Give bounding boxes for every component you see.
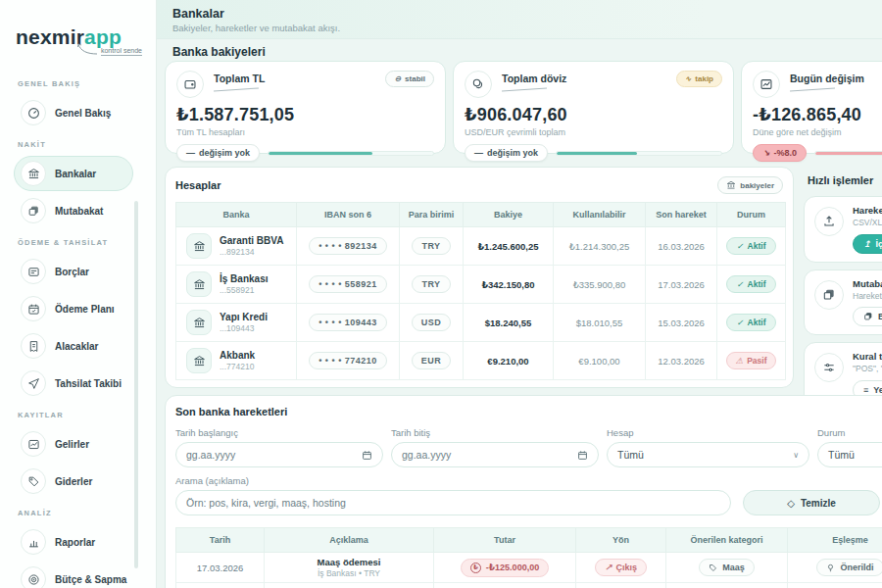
table-row: 17.03.2026 POS • Market alışverişi ₺-₺1.… — [176, 583, 882, 588]
start-reconcile-button[interactable]: Başlat — [853, 307, 882, 326]
title-underline — [502, 87, 547, 91]
quick-action-import: Hareket içe aktar CSV/XLS yükle... ↥İçe … — [804, 196, 882, 263]
sidebar-item-odeme-plani[interactable]: Ödeme Planı — [14, 291, 133, 326]
bank-icon — [186, 271, 212, 297]
sidebar-item-mutabakat[interactable]: Mutabakat — [14, 193, 133, 228]
calendar-icon[interactable] — [577, 450, 588, 461]
status-badge: ✓Aktif — [726, 237, 775, 255]
wallet-icon — [176, 71, 204, 98]
bulb-icon — [826, 564, 835, 572]
tag-icon — [21, 468, 46, 494]
col-aciklama: Açıklama — [265, 528, 434, 553]
match-badge: Önerildi — [816, 559, 882, 576]
search-field: Arama (açıklama) — [175, 475, 731, 515]
search-input[interactable] — [175, 490, 731, 515]
bar-chart-icon — [21, 529, 46, 555]
sidebar-scrollbar[interactable] — [134, 201, 138, 568]
app-logo: nexmirapp kontrol sende — [0, 0, 156, 56]
account-select[interactable]: Tümü ∨ — [607, 442, 809, 467]
sidebar: nexmirapp kontrol sende GENEL BAKIŞ Gene… — [0, 0, 157, 588]
col-tarih: Tarih — [176, 528, 265, 553]
coin-icon: ₺ — [470, 563, 481, 573]
table-row: Akbank...774210 • • • • 774210 EUR €9.21… — [176, 342, 786, 380]
nav-section-label: NAKİT — [18, 140, 156, 149]
sidebar-item-raporlar[interactable]: Raporlar — [14, 524, 133, 560]
sidebar-item-gelirler[interactable]: Gelirler — [14, 426, 133, 462]
chevron-down-icon: ∨ — [793, 451, 799, 460]
balance-amount: ₺906.047,60 — [465, 104, 722, 125]
check-icon: ✓ — [736, 241, 743, 251]
watch-badge: ∿takip — [676, 71, 722, 87]
currency-chip: TRY — [412, 275, 450, 293]
sidebar-item-giderler[interactable]: Giderler — [14, 464, 133, 499]
account-filter-field: Hesap Tümü ∨ — [607, 427, 809, 467]
progress-fill — [557, 152, 637, 155]
date-start-field: Tarih başlangıç — [175, 427, 383, 467]
category-badge: Maaş — [699, 559, 755, 576]
nav-section-label: GENEL BAKIŞ — [18, 79, 156, 88]
col-durum: Durum — [717, 203, 786, 227]
balance-amount: ₺1.587.751,05 — [176, 104, 434, 125]
col-yon: Yön — [576, 528, 666, 553]
quick-actions-panel: Hızlı işlemler Hareket içe aktar CSV/XLS… — [804, 167, 882, 416]
status-select[interactable]: Tümü ∨ — [817, 442, 882, 467]
balance-subtitle: Tüm TL hesapları — [176, 127, 434, 137]
currency-chip: TRY — [412, 237, 450, 255]
sidebar-item-borclar[interactable]: Borçlar — [14, 254, 133, 289]
amount-badge: ₺-₺125.000,00 — [461, 559, 549, 577]
status-filter-field: Durum Tümü ∨ — [817, 427, 882, 467]
sidebar-item-butce-sapma[interactable]: Bütçe & Sapma — [14, 562, 133, 588]
balance-card-bugun-degisim: Bugün değişim -₺126.865,40 Düne göre net… — [741, 61, 882, 154]
movements-title: Son banka hareketleri — [175, 406, 882, 417]
reconcile-icon — [21, 198, 46, 223]
direction-badge: ↗Çıkış — [595, 559, 647, 576]
table-row: 17.03.2026 Maaş ödemesiİş Bankası • TRY … — [176, 553, 882, 583]
sidebar-item-bankalar[interactable]: Bankalar — [14, 156, 133, 191]
currency-chip: EUR — [412, 352, 452, 369]
progress-track — [556, 151, 722, 156]
calendar-check-icon — [21, 296, 46, 321]
down-right-icon: ↘ — [762, 148, 770, 158]
bank-icon — [186, 348, 212, 373]
bank-icon — [186, 310, 212, 335]
card-icon — [21, 259, 46, 284]
col-kategori: Önerilen kategori — [666, 528, 788, 553]
sidebar-nav: GENEL BAKIŞ Genel Bakış NAKİT Bankalar M… — [0, 56, 156, 588]
sidebar-item-tahsilat-takibi[interactable]: Tahsilat Takibi — [14, 366, 133, 401]
table-row: İş Bankası...558921 • • • • 558921 TRY ₺… — [176, 266, 786, 304]
progress-fill — [269, 152, 372, 155]
table-row: Garanti BBVA...892134 • • • • 892134 TRY… — [176, 227, 786, 266]
accounts-title: Hesaplar — [175, 179, 220, 191]
coins-icon — [465, 71, 492, 98]
iban-chip: • • • • 558921 — [309, 275, 387, 293]
currency-chip: USD — [412, 314, 452, 331]
col-son-hareket: Son hareket — [646, 203, 717, 227]
page-header: Bankalar Bakiyeler, hareketler ve mutaba… — [157, 0, 882, 39]
clear-filters-button[interactable]: ◇ Temizle — [743, 490, 880, 515]
balance-subtitle: Düne göre net değişim — [753, 127, 882, 137]
date-start-input[interactable] — [175, 442, 383, 467]
import-button[interactable]: ↥İçe aktar — [853, 234, 882, 254]
eraser-icon: ◇ — [787, 498, 795, 509]
col-para-birimi: Para birimi — [400, 203, 464, 227]
balances-section-title: Banka bakiyeleri — [172, 45, 266, 59]
upload-icon — [814, 207, 844, 236]
accounts-table: Banka IBAN son 6 Para birimi Bakiye Kull… — [175, 202, 786, 380]
tagline-arrow-icon — [76, 43, 98, 55]
trend-chart-icon — [753, 71, 780, 98]
gauge-icon — [21, 100, 46, 125]
copy-icon — [863, 312, 873, 321]
col-kullanilabilir: Kullanılabilir — [554, 203, 646, 227]
sidebar-item-genel-bakis[interactable]: Genel Bakış — [14, 95, 133, 130]
sidebar-item-alacaklar[interactable]: Alacaklar — [14, 328, 133, 364]
change-pill: —değişim yok — [176, 144, 260, 162]
sliders-icon — [814, 353, 844, 382]
up-right-icon: ↗ — [605, 563, 612, 572]
calendar-icon[interactable] — [362, 450, 372, 461]
receipt-icon — [21, 333, 46, 359]
stable-icon: ⊖ — [394, 74, 401, 83]
balance-amount: -₺126.865,40 — [753, 104, 882, 125]
balances-badge[interactable]: bakiyeler — [717, 176, 783, 194]
date-end-input[interactable] — [391, 442, 599, 467]
col-eslesme: Eşleşme — [788, 528, 882, 553]
